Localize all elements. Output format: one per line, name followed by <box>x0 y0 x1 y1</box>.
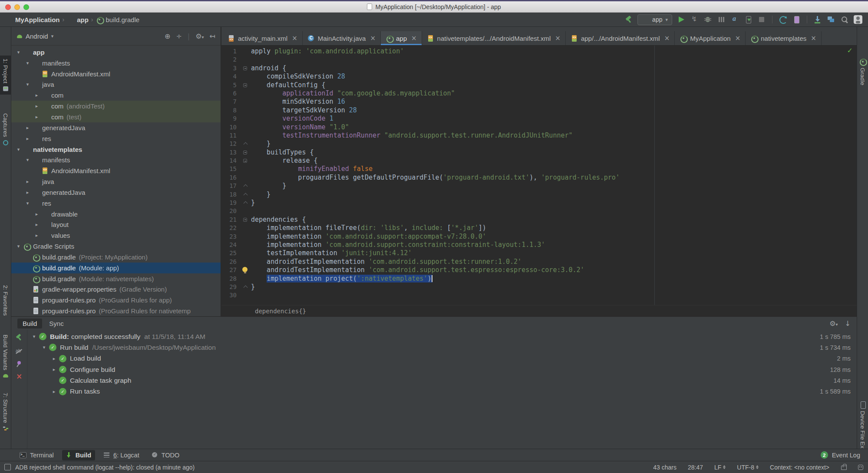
fold-end-icon[interactable] <box>244 201 248 206</box>
device-file-explorer-icon[interactable] <box>826 15 836 24</box>
event-log-button[interactable]: 2Event Log <box>821 451 868 459</box>
fold-end-icon[interactable] <box>244 193 248 197</box>
sidebar-item-gradle[interactable]: Gradle <box>857 55 868 89</box>
close-window-button[interactable] <box>5 4 11 10</box>
editor-tab-myapplication[interactable]: MyApplication× <box>675 31 746 45</box>
close-tab-icon[interactable]: × <box>370 34 376 42</box>
rebuild-icon[interactable] <box>15 333 23 342</box>
code-line[interactable]: 14 release { <box>221 157 857 165</box>
tree-row[interactable]: ▾app <box>11 47 221 58</box>
intention-bulb-icon[interactable] <box>242 267 248 272</box>
build-panel-tab-sync[interactable]: Sync <box>44 319 69 328</box>
zoom-window-button[interactable] <box>23 4 29 10</box>
sdk-manager-icon[interactable] <box>813 15 822 24</box>
tree-toggle-icon[interactable]: ▸ <box>32 233 41 238</box>
tree-row[interactable]: AndroidManifest.xml <box>11 69 221 79</box>
attach-debugger-icon[interactable] <box>730 15 739 24</box>
tree-row[interactable]: AndroidManifest.xml <box>11 165 221 176</box>
tree-row[interactable]: ▸com(androidTest) <box>11 101 221 112</box>
toolwindow-button-terminal[interactable]: Terminal <box>16 450 58 460</box>
settings-gear-icon[interactable]: ⚙▾ <box>829 319 838 328</box>
fold-start-icon[interactable] <box>243 159 247 163</box>
status-message[interactable]: ADB rejected shell command (logcat --hel… <box>15 464 195 471</box>
tree-row[interactable]: gradle-wrapper.properties(Gradle Version… <box>11 284 221 295</box>
tree-toggle-icon[interactable]: ▾ <box>39 345 49 350</box>
code-line[interactable]: 15 minifyEnabled false <box>221 165 857 173</box>
tree-row[interactable]: ▾nativetemplates <box>11 144 221 155</box>
breadcrumb-item-myapplication[interactable]: MyApplication <box>5 16 60 23</box>
scroll-down-icon[interactable]: ↓ <box>845 319 851 328</box>
code-line[interactable]: 21dependencies { <box>221 216 857 224</box>
sidebar-item----project[interactable]: 1: Project <box>0 56 11 95</box>
tree-toggle-icon[interactable]: ▸ <box>32 92 41 98</box>
tree-row[interactable]: ▸java <box>11 176 221 187</box>
fold-start-icon[interactable] <box>243 218 247 222</box>
search-everywhere-icon[interactable] <box>840 15 849 24</box>
tree-toggle-icon[interactable]: ▸ <box>32 114 41 120</box>
close-tab-icon[interactable]: × <box>411 34 417 42</box>
tree-row[interactable]: ▾manifests <box>11 154 221 165</box>
tree-toggle-icon[interactable]: ▸ <box>23 125 32 131</box>
tree-toggle-icon[interactable]: ▾ <box>14 147 23 152</box>
build-panel-tab-build[interactable]: Build <box>17 319 42 328</box>
user-avatar-icon[interactable] <box>853 15 863 24</box>
tree-toggle-icon[interactable]: ▸ <box>32 103 41 109</box>
build-row[interactable]: ▾✓Build:completed successfullyat 11/5/18… <box>27 331 857 342</box>
code-line[interactable]: 10 versionName "1.0" <box>221 123 857 131</box>
build-row[interactable]: ▾✓Run build/Users/jweisbaum/Desktop/MyAp… <box>27 342 857 353</box>
tool-window-switcher-icon[interactable] <box>4 464 11 470</box>
tree-toggle-icon[interactable]: ▾ <box>14 49 23 55</box>
fold-start-icon[interactable] <box>243 83 247 87</box>
run-configuration-selector[interactable]: app▾ <box>637 14 672 25</box>
editor-tab-nativetemplates-----androidmanifest-xml[interactable]: nativetemplates/.../AndroidManifest.xml× <box>422 31 566 45</box>
build-hammer-icon[interactable] <box>624 15 634 24</box>
tree-row[interactable]: build.gradle(Project: MyApplication) <box>11 252 221 263</box>
caret-position[interactable]: 28:47 <box>688 464 703 471</box>
sidebar-item-build-variants[interactable]: Build Variants <box>0 332 11 381</box>
tree-row[interactable]: ▸generatedJava <box>11 122 221 133</box>
code-line[interactable]: 9 versionCode 1 <box>221 115 857 123</box>
editor-tab-mainactivity-java[interactable]: MainActivity.java× <box>303 31 381 45</box>
code-line[interactable]: 16 proguardFiles getDefaultProguardFile(… <box>221 174 857 182</box>
tree-toggle-icon[interactable]: ▾ <box>23 200 32 206</box>
code-line[interactable]: 19} <box>221 199 857 207</box>
encoding-selector[interactable]: UTF-8 <box>737 464 759 471</box>
fold-end-icon[interactable] <box>244 285 248 289</box>
code-line[interactable]: 29} <box>221 283 857 291</box>
close-tab-icon[interactable]: × <box>735 34 741 42</box>
code-line[interactable]: 3android { <box>221 64 857 72</box>
code-line[interactable]: 25 testImplementation 'junit:junit:4.12' <box>221 249 857 257</box>
build-row[interactable]: ✓Calculate task graph14 ms <box>27 375 857 386</box>
tree-toggle-icon[interactable]: ▾ <box>23 82 32 87</box>
tree-row[interactable]: ▾Gradle Scripts <box>11 241 221 252</box>
breadcrumb-item-build.gradle[interactable]: build.gradle <box>96 16 140 23</box>
code-line[interactable]: 18 } <box>221 191 857 199</box>
avd-manager-icon[interactable] <box>792 15 801 24</box>
editor-tab-nativetemplates[interactable]: nativetemplates× <box>746 31 822 45</box>
lock-icon[interactable] <box>841 464 846 470</box>
tree-row[interactable]: ▾java <box>11 79 221 90</box>
close-tab-icon[interactable]: × <box>664 34 670 42</box>
tree-row[interactable]: ▸generatedJava <box>11 187 221 198</box>
project-view-selector[interactable]: Android <box>26 33 48 40</box>
tree-row[interactable]: ▸values <box>11 230 221 241</box>
tree-toggle-icon[interactable]: ▸ <box>32 211 41 217</box>
tree-toggle-icon[interactable]: ▾ <box>23 157 32 163</box>
tree-row[interactable]: build.gradle(Module: nativetemplates) <box>11 273 221 284</box>
fold-start-icon[interactable] <box>243 151 247 154</box>
code-line[interactable]: 27 androidTestImplementation 'com.androi… <box>221 266 857 274</box>
sidebar-item----structure[interactable]: 7: Structure <box>0 390 11 434</box>
toolwindow-button-todo[interactable]: TODO <box>148 450 184 460</box>
tree-toggle-icon[interactable]: ▸ <box>32 222 41 227</box>
code-line[interactable]: 5 defaultConfig { <box>221 81 857 89</box>
tree-toggle-icon[interactable]: ▸ <box>23 136 32 141</box>
code-line[interactable]: 2 <box>221 56 857 64</box>
gradle-sync-icon[interactable] <box>778 15 788 24</box>
hide-panel-icon[interactable]: ↤ <box>210 32 215 40</box>
tree-toggle-icon[interactable]: ▸ <box>23 190 32 195</box>
stop-icon[interactable] <box>757 15 766 24</box>
editor-tab-activity-main-xml[interactable]: activity_main.xml× <box>223 31 303 45</box>
fold-start-icon[interactable] <box>243 66 247 70</box>
tree-toggle-icon[interactable]: ▸ <box>49 367 59 372</box>
tree-row[interactable]: ▾res <box>11 198 221 209</box>
